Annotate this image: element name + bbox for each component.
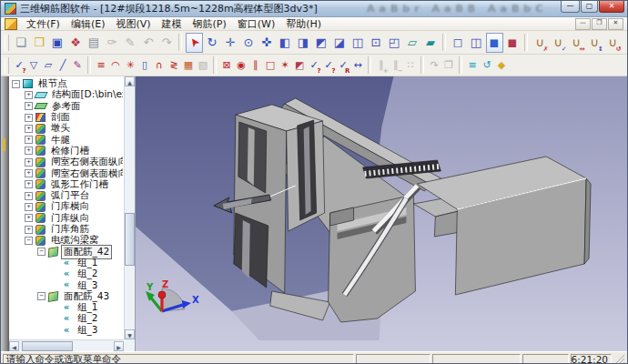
quad-face-button[interactable]: ▱	[42, 56, 56, 75]
fan-rebar-button[interactable]: ✳	[124, 56, 137, 75]
menu-item-4[interactable]: 钢筋(P)	[187, 18, 232, 30]
mdi-close-button[interactable]: ✕	[608, 18, 623, 30]
redo-button[interactable]: ↷	[158, 33, 176, 53]
expand-icon[interactable]: +	[25, 102, 33, 110]
box-section-button[interactable]: ⊠	[220, 56, 234, 75]
expand-icon[interactable]: +	[25, 125, 33, 133]
import-model-button[interactable]: ❖	[67, 33, 85, 53]
menu-item-6[interactable]: 帮助(H)	[280, 18, 327, 30]
bend-tool-button[interactable]: ↷	[428, 56, 441, 75]
expand-icon[interactable]: +	[25, 226, 33, 234]
mesh-rebar-button[interactable]: ▦	[182, 56, 196, 75]
dock-strip[interactable]	[1, 76, 9, 351]
minimize-button[interactable]: —	[561, 1, 580, 13]
rebar-basket-6-button[interactable]: ∪↻	[623, 33, 628, 53]
brush-edit-button[interactable]: ✎	[71, 56, 85, 75]
collapse-icon[interactable]: −	[37, 248, 46, 256]
undo-button[interactable]: ↶	[140, 33, 157, 53]
scroll-left-icon[interactable]: ◀	[9, 341, 19, 351]
display-shaded-edges-button[interactable]: ◼	[504, 33, 522, 53]
display-shaded-button[interactable]: ◼	[486, 33, 503, 53]
rebar-basket-3-button[interactable]: ∪↔	[568, 33, 585, 53]
toolbar-grip[interactable]	[5, 57, 9, 74]
scroll-thumb[interactable]	[125, 213, 135, 266]
tree-horizontal-scrollbar[interactable]: ◀ ▶	[9, 339, 124, 351]
copy-group-button[interactable]: ❐	[442, 56, 456, 75]
center-point-button[interactable]: ◉	[235, 56, 248, 75]
collapse-icon[interactable]: −	[37, 292, 46, 300]
scroll-up-icon[interactable]: ▲	[125, 76, 135, 86]
select-cursor-button[interactable]: ➤	[186, 33, 203, 53]
expand-icon[interactable]: +	[25, 91, 33, 99]
hatch-lines-button[interactable]: ∥	[249, 56, 263, 75]
view-bottom-button[interactable]: ⊡	[368, 33, 385, 53]
view-front-button[interactable]: ◧	[277, 33, 294, 53]
view-plane-flip-button[interactable]: ▰	[422, 33, 440, 53]
view-left-button[interactable]: ◩	[313, 33, 330, 53]
viewport-3d[interactable]: Y Z X	[136, 76, 627, 351]
rebar-basket-5-button[interactable]: ∪↺	[604, 33, 622, 53]
rebar-basket-4-button[interactable]: ∪↕	[586, 33, 603, 53]
annotate-button[interactable]: ✎	[122, 33, 139, 53]
new-file-button[interactable]: ❏	[13, 33, 30, 53]
rotate-view-button[interactable]: ↻	[204, 33, 221, 53]
close-button[interactable]: ✕	[599, 1, 624, 13]
maximize-button[interactable]: ▢	[581, 1, 598, 13]
query-point-button[interactable]: ✓?	[13, 56, 26, 75]
spacing-edit-button[interactable]: ∷	[404, 56, 418, 75]
expand-icon[interactable]: +	[25, 214, 33, 222]
rebar-basket-1-button[interactable]: ∪✗	[532, 33, 549, 53]
mdi-restore-button[interactable]: ❐	[592, 18, 607, 30]
tree-item-19[interactable]: −面配筋_43	[9, 291, 124, 302]
menu-item-2[interactable]: 视图(V)	[110, 18, 156, 30]
print-button[interactable]: ▤	[86, 33, 103, 53]
query-rebar-1-button[interactable]: ✓?	[308, 56, 321, 75]
tree-item-21[interactable]: +«组_2	[9, 313, 124, 324]
query-group-button[interactable]: ✓R	[337, 56, 350, 75]
display-hidden-line-button[interactable]: ◫	[468, 33, 485, 53]
expand-icon[interactable]: +	[25, 136, 33, 144]
cylinder-rebar-button[interactable]: ▯	[138, 56, 152, 75]
collapse-icon[interactable]: −	[12, 80, 20, 88]
menu-item-5[interactable]: 窗口(W)	[232, 18, 280, 30]
expand-icon[interactable]: +	[25, 158, 33, 167]
expand-icon[interactable]: +	[25, 169, 33, 177]
collapse-icon[interactable]: −	[25, 237, 33, 245]
arc-rebar-button[interactable]: ◠	[109, 56, 123, 75]
arc-flip-button[interactable]: ↺	[481, 56, 494, 75]
expand-icon[interactable]: +	[25, 192, 33, 200]
tree-item-17[interactable]: +«组_2	[9, 268, 124, 279]
expand-icon[interactable]: +	[25, 180, 33, 188]
tree-item-15[interactable]: −面配筋_42	[9, 246, 124, 257]
view-plane-button[interactable]: ▱	[404, 33, 421, 53]
zoom-view-button[interactable]: ⊙	[240, 33, 258, 53]
zigzag-rebar-button[interactable]: ≷	[167, 56, 181, 75]
tree-vertical-scrollbar[interactable]: ▲ ▼	[124, 76, 135, 339]
tree-item-label[interactable]: 组_3	[75, 323, 100, 338]
measure-distance-button[interactable]: ↔	[351, 56, 365, 75]
line-segment-button[interactable]: ╱	[56, 56, 70, 75]
rebar-basket-2-button[interactable]: ∪✓	[550, 33, 567, 53]
tree-item-22[interactable]: +«组_3	[9, 325, 124, 336]
triangle-face-button[interactable]: ▽	[27, 56, 41, 75]
resize-grip[interactable]	[613, 354, 624, 364]
toolbar-grip[interactable]	[5, 35, 9, 51]
save-file-button[interactable]: ▣	[49, 33, 66, 53]
view-iso-button[interactable]: ◰	[386, 33, 403, 53]
barrel-display-button[interactable]: ≡	[466, 56, 480, 75]
expand-icon[interactable]: +	[25, 147, 33, 155]
corner-rebar-button[interactable]: ▧	[197, 56, 210, 75]
open-folder-button[interactable]: ❒	[31, 33, 48, 53]
expand-icon[interactable]: +	[25, 114, 33, 122]
scroll-thumb[interactable]	[22, 341, 73, 351]
spacing-remove-button[interactable]: ∥−	[390, 56, 403, 75]
fill-color-button[interactable]: ◆	[495, 56, 509, 75]
view-right-button[interactable]: ◪	[331, 33, 349, 53]
menu-item-0[interactable]: 文件(F)	[21, 18, 66, 30]
view-back-button[interactable]: ◨	[295, 33, 312, 53]
scroll-right-icon[interactable]: ▶	[114, 341, 124, 351]
menu-item-3[interactable]: 建模	[157, 18, 187, 30]
outline-square-button[interactable]: □	[264, 56, 278, 75]
arch-rebar-button[interactable]: ∩	[153, 56, 167, 75]
plot-style-button[interactable]: ✑	[104, 33, 121, 53]
